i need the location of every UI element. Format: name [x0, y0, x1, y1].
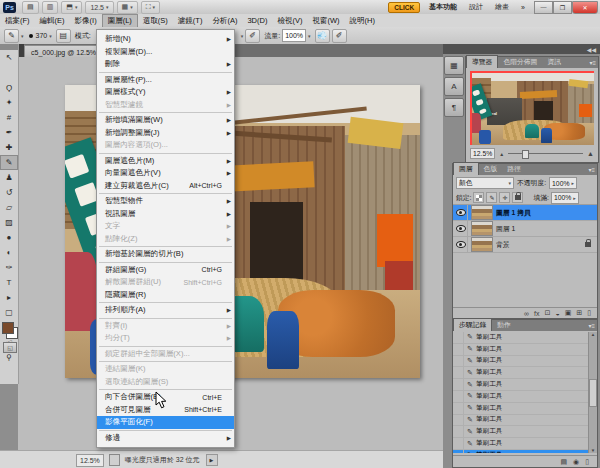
menu-item[interactable]: 圖層樣式(Y) ▶	[97, 86, 234, 99]
menu-item[interactable]: 智慧型物件 ▶	[97, 195, 234, 208]
status-menu-arrow[interactable]: ▶	[206, 454, 218, 466]
tool-button[interactable]: ▱	[0, 200, 18, 215]
history-source-well[interactable]	[453, 415, 464, 426]
menu-item[interactable]: 複製圖層(D)... ▶	[97, 46, 234, 59]
scroll-down-icon[interactable]: ▼	[591, 448, 595, 453]
history-footer-button[interactable]: ▯	[585, 458, 589, 466]
document-info-icon[interactable]	[109, 454, 120, 466]
menu-item[interactable]: 智慧型濾鏡 ▶	[97, 99, 234, 112]
menu-bar-item[interactable]: 視窗(W)	[307, 15, 344, 27]
history-state-row[interactable]: ✎ 筆刷工具	[453, 367, 591, 379]
restore-button[interactable]: ❐	[553, 1, 572, 14]
navigator-view-box[interactable]	[470, 71, 594, 145]
zoom-out-icon[interactable]: ▲	[499, 151, 504, 157]
panel-tab[interactable]: 資訊	[542, 56, 566, 68]
layer-thumbnail[interactable]	[471, 205, 493, 220]
panel-tab[interactable]: 步驟記錄	[453, 318, 492, 331]
menu-item[interactable]: 修邊 ▶	[97, 432, 234, 445]
panel-tab[interactable]: 圖層	[453, 162, 479, 175]
scroll-up-icon[interactable]: ▲	[591, 332, 595, 337]
menu-item[interactable]: 文字 ▶	[97, 220, 234, 233]
menu-bar-item[interactable]: 3D(D)	[242, 15, 272, 26]
lock-transparent-icon[interactable]	[473, 192, 484, 203]
panel-tab[interactable]: 路徑	[502, 163, 526, 175]
visibility-toggle[interactable]	[455, 205, 468, 220]
lock-pixels-icon[interactable]: ✎	[486, 192, 497, 203]
flow-field[interactable]: 100%	[282, 29, 306, 42]
history-source-well[interactable]	[453, 367, 464, 378]
lock-all-icon[interactable]	[512, 192, 523, 203]
layers-footer-button[interactable]: fx	[534, 310, 539, 317]
history-state-row[interactable]: ✎ 筆刷工具	[453, 450, 591, 453]
menu-bar-item[interactable]: 編輯(E)	[35, 15, 70, 27]
lock-position-icon[interactable]: ✛	[499, 192, 510, 203]
menu-item[interactable]: 新增調整圖層(J) ▶	[97, 127, 234, 140]
panel-menu-icon[interactable]: ▾≡	[588, 166, 595, 173]
collapse-dock-icon[interactable]: ◀◀	[587, 46, 596, 53]
layer-row[interactable]: 圖層 1 拷貝	[453, 205, 597, 221]
foreground-color-swatch[interactable]	[2, 322, 14, 334]
menu-item[interactable]: 解散圖層群組(U) Shift+Ctrl+G ▶	[97, 276, 234, 289]
history-footer-button[interactable]: ◉	[573, 458, 579, 466]
menu-item[interactable]: 對齊(I) ▶	[97, 320, 234, 333]
arrange-documents-button[interactable]: ▦▾	[117, 1, 138, 14]
menu-item[interactable]: 圖層屬性(P)... ▶	[97, 74, 234, 87]
workspace-design[interactable]: 設計	[466, 1, 486, 13]
collapsed-panel-button[interactable]: ▦	[444, 56, 464, 75]
click-badge[interactable]: CLICK	[388, 2, 420, 13]
tool-button[interactable]: ▨	[0, 215, 18, 230]
tool-button[interactable]: ▸	[0, 290, 18, 305]
menu-bar-item[interactable]: 圖層(L)	[102, 14, 138, 27]
history-source-well[interactable]	[453, 344, 464, 355]
layer-row[interactable]: 圖層 1	[453, 221, 597, 237]
collapsed-panel-button[interactable]: A	[444, 77, 464, 96]
history-source-well[interactable]	[453, 332, 464, 343]
collapsed-panel-button[interactable]: ¶	[444, 98, 464, 117]
launch-bridge-button[interactable]: ▤	[22, 1, 39, 14]
layer-row[interactable]: 背景	[453, 237, 597, 253]
view-extras-button[interactable]: ⬒▾	[61, 1, 82, 14]
layer-thumbnail[interactable]	[471, 237, 493, 252]
history-state-row[interactable]: ✎ 筆刷工具	[453, 391, 591, 403]
brush-size-picker[interactable]: 370 ▾	[28, 32, 52, 39]
workspace-painting[interactable]: 繪畫	[492, 1, 512, 13]
history-source-well[interactable]	[453, 450, 464, 453]
history-state-row[interactable]: ✎ 筆刷工具	[453, 415, 591, 427]
menu-item[interactable]: 建立剪裁遮色片(C) Alt+Ctrl+G ▶	[97, 180, 234, 193]
history-state-row[interactable]: ✎ 筆刷工具	[453, 344, 591, 356]
layer-thumbnail[interactable]	[471, 221, 493, 236]
menu-bar-item[interactable]: 分析(A)	[207, 15, 242, 27]
tool-button[interactable]: ✎	[0, 155, 18, 170]
zoom-in-icon[interactable]: ▲	[587, 150, 594, 157]
history-state-row[interactable]: ✎ 筆刷工具	[453, 426, 591, 438]
history-source-well[interactable]	[453, 356, 464, 367]
menu-item[interactable]: 視訊圖層 ▶	[97, 208, 234, 221]
tool-button[interactable]: ♟	[0, 170, 18, 185]
menu-item[interactable]: 影像平面化(F) ▶	[97, 416, 234, 429]
history-state-row[interactable]: ✎ 筆刷工具	[453, 403, 591, 415]
menu-item[interactable]: 選取連結的圖層(S) ▶	[97, 376, 234, 389]
panel-menu-icon[interactable]: ▾≡	[589, 59, 596, 66]
tool-button[interactable]	[0, 65, 18, 80]
menu-item[interactable]: 點陣化(Z) ▶	[97, 233, 234, 246]
tool-button[interactable]: ✑	[0, 260, 18, 275]
launch-mini-bridge-button[interactable]: ▥	[42, 1, 59, 14]
tool-button[interactable]: ✚	[0, 140, 18, 155]
tablet-pressure-size-icon[interactable]: ✐	[332, 29, 347, 43]
tool-button[interactable]: ✒	[0, 125, 18, 140]
airbrush-icon[interactable]: 💨	[315, 29, 330, 43]
visibility-toggle[interactable]	[455, 237, 468, 252]
brush-preset-icon[interactable]: ✎	[4, 29, 19, 43]
tablet-pressure-opacity-icon[interactable]: ✐	[245, 29, 260, 43]
menu-item[interactable]: 新增基於圖層的切片(B) ▶	[97, 248, 234, 261]
menu-item[interactable]: 鎖定群組中全部圖層(X)... ▶	[97, 348, 234, 361]
visibility-toggle[interactable]	[455, 221, 468, 236]
menu-item[interactable]: 新增(N) ▶	[97, 33, 234, 46]
history-state-row[interactable]: ✎ 筆刷工具	[453, 332, 591, 344]
history-source-well[interactable]	[453, 379, 464, 390]
panel-tab[interactable]: 色版	[479, 163, 503, 175]
menu-bar-item[interactable]: 濾鏡(T)	[173, 15, 208, 27]
opacity-field[interactable]: 100% ▸	[549, 177, 577, 189]
quick-mask-button[interactable]: ◱	[3, 342, 17, 353]
menu-item[interactable]: 排列順序(A) ▶	[97, 304, 234, 317]
